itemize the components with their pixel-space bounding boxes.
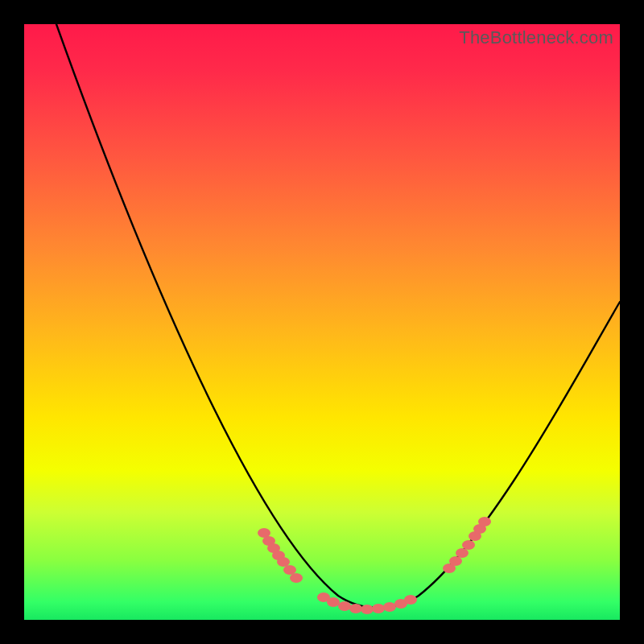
chart-frame: TheBottleneck.com: [0, 0, 644, 644]
watermark-text: TheBottleneck.com: [459, 27, 613, 48]
data-point: [462, 540, 475, 550]
data-point: [478, 517, 491, 526]
chart-svg: [24, 24, 620, 620]
data-point: [338, 601, 351, 611]
data-point: [372, 604, 385, 613]
data-point: [404, 595, 417, 605]
data-point: [290, 573, 303, 583]
data-point: [361, 605, 374, 614]
plot-area: TheBottleneck.com: [24, 24, 620, 620]
data-point: [283, 565, 296, 575]
data-points: [258, 517, 491, 614]
data-point: [383, 602, 396, 612]
data-point: [349, 604, 362, 613]
data-point: [456, 548, 469, 558]
bottleneck-curve: [56, 24, 620, 608]
data-point: [449, 556, 462, 566]
data-point: [277, 557, 290, 567]
data-point: [327, 597, 340, 607]
